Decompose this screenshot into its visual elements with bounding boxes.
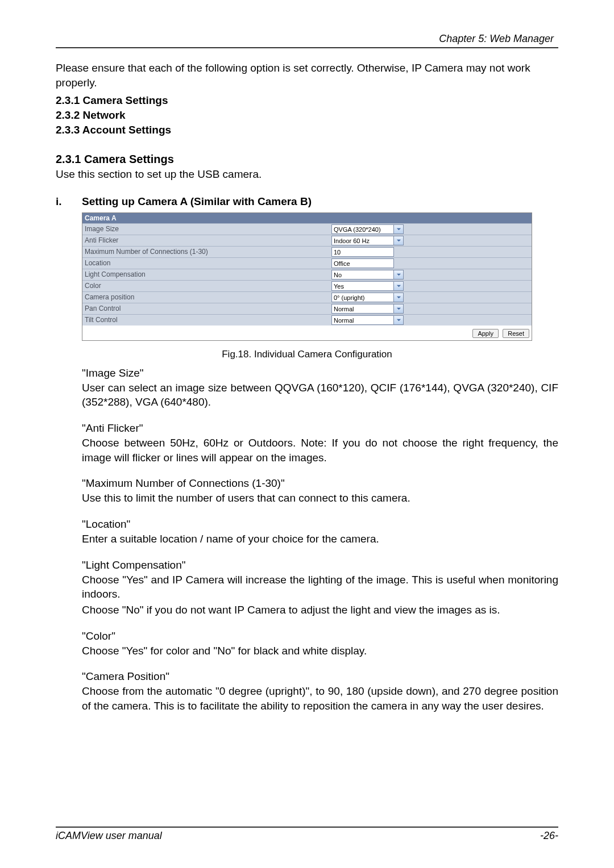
config-row: Tilt ControlNormal — [82, 314, 532, 326]
reset-button[interactable]: Reset — [503, 329, 529, 338]
toc-item-account-settings: 2.3.3 Account Settings — [56, 123, 558, 137]
config-label: Camera position — [82, 292, 331, 302]
config-label: Maximum Number of Connections (1-30) — [82, 247, 331, 257]
p5-body1: Choose "Yes" and IP Camera will increase… — [82, 573, 558, 602]
chevron-down-icon[interactable] — [394, 315, 404, 325]
chevron-down-icon[interactable] — [394, 281, 404, 291]
config-label: Pan Control — [82, 303, 331, 314]
section-231-sub: Use this section to set up the USB camer… — [56, 167, 558, 182]
apply-button[interactable]: Apply — [472, 329, 499, 338]
p3-body: Use this to limit the number of users th… — [82, 491, 558, 506]
config-row: LocationOffice — [82, 257, 532, 269]
p5-body2: Choose "No" if you do not want IP Camera… — [82, 603, 558, 617]
p1-body: User can select an image size between QQ… — [82, 381, 558, 410]
camera-config-screenshot: Camera A Image SizeQVGA (320*240)Anti Fl… — [82, 212, 532, 341]
config-row: Anti FlickerIndoor 60 Hz — [82, 235, 532, 246]
p6-title: "Color" — [82, 630, 558, 642]
section-231-title: 2.3.1 Camera Settings — [56, 153, 558, 166]
config-label: Anti Flicker — [82, 235, 331, 245]
config-select[interactable]: 0° (upright) — [331, 293, 394, 302]
p2-body: Choose between 50Hz, 60Hz or Outdoors. N… — [82, 436, 558, 465]
config-label: Tilt Control — [82, 315, 331, 325]
config-select[interactable]: Normal — [331, 315, 394, 325]
config-input[interactable]: Office — [331, 258, 394, 268]
chevron-down-icon[interactable] — [394, 304, 404, 314]
config-label: Color — [82, 281, 331, 291]
p2-title: "Anti Flicker" — [82, 422, 558, 435]
chevron-down-icon[interactable] — [394, 270, 404, 279]
footer-right: -26- — [540, 830, 558, 842]
config-label: Image Size — [82, 224, 331, 234]
p7-title: "Camera Position" — [82, 670, 558, 683]
p6-body: Choose "Yes" for color and "No" for blac… — [82, 644, 558, 658]
config-row: ColorYes — [82, 280, 532, 291]
config-select[interactable]: Normal — [331, 304, 394, 314]
figure-caption: Fig.18. Individual Camera Configuration — [56, 349, 558, 360]
chevron-down-icon[interactable] — [394, 293, 404, 302]
config-row: Image SizeQVGA (320*240) — [82, 223, 532, 235]
roman-i-title: Setting up Camera A (Similar with Camera… — [82, 195, 312, 208]
chapter-header: Chapter 5: Web Manager — [56, 33, 558, 48]
config-label: Location — [82, 258, 331, 268]
config-input[interactable]: 10 — [331, 247, 394, 257]
toc-item-network: 2.3.2 Network — [56, 108, 558, 123]
roman-i-num: i. — [56, 195, 82, 208]
config-row: Pan ControlNormal — [82, 303, 532, 314]
toc-item-camera-settings: 2.3.1 Camera Settings — [56, 93, 558, 108]
intro-text: Please ensure that each of the following… — [56, 61, 558, 90]
p5-title: "Light Compensation" — [82, 559, 558, 571]
p7-body: Choose from the automatic "0 degree (upr… — [82, 684, 558, 713]
shot-title: Camera A — [82, 213, 532, 223]
config-select[interactable]: QVGA (320*240) — [331, 224, 394, 234]
config-row: Maximum Number of Connections (1-30)10 — [82, 246, 532, 257]
config-label: Light Compensation — [82, 269, 331, 279]
config-select[interactable]: Yes — [331, 281, 394, 291]
footer-left: iCAMView user manual — [56, 830, 162, 842]
p4-body: Enter a suitable location / name of your… — [82, 532, 558, 546]
config-row: Light CompensationNo — [82, 269, 532, 280]
config-select[interactable]: No — [331, 270, 394, 279]
p4-title: "Location" — [82, 518, 558, 531]
p1-title: "Image Size" — [82, 367, 558, 379]
config-row: Camera position0° (upright) — [82, 291, 532, 303]
p3-title: "Maximum Number of Connections (1-30)" — [82, 477, 558, 490]
config-select[interactable]: Indoor 60 Hz — [331, 236, 394, 245]
chevron-down-icon[interactable] — [394, 224, 404, 234]
chevron-down-icon[interactable] — [394, 236, 404, 245]
